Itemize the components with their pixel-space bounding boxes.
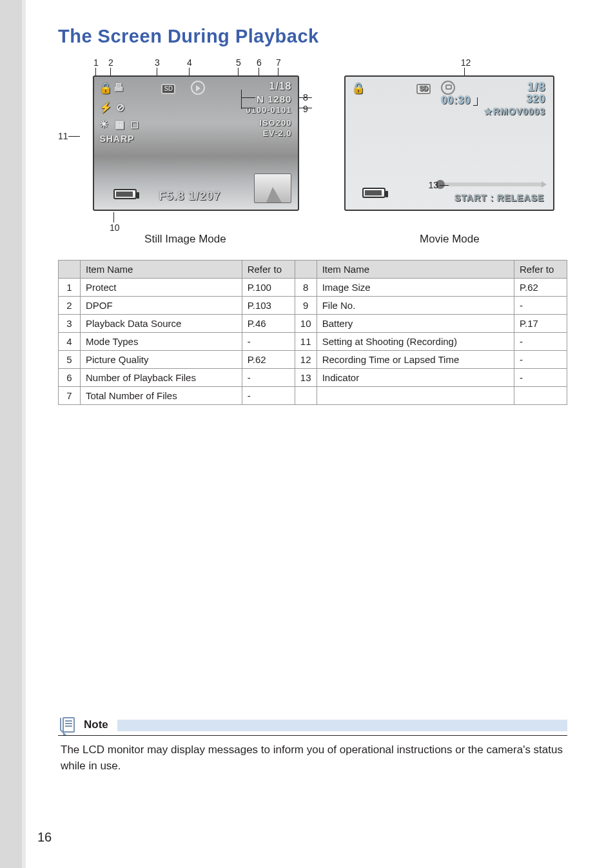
cell-name: Setting at Shooting (Recording) [317, 333, 514, 351]
sd-icon: SD [161, 82, 175, 94]
metering-icon: ▦ [115, 118, 124, 130]
battery-icon [362, 188, 386, 201]
cell-ref: P.100 [242, 279, 295, 297]
still-screen: 🔒 🖶 SD ⚡ ⊘ ☀ ▦ ◻ SHARP 1/18 N 1280 0100-… [93, 75, 299, 211]
file-count: 1/18 [269, 81, 291, 92]
callout-2: 2 [108, 57, 113, 68]
battery-icon [113, 189, 137, 202]
cell-name: Total Number of Files [81, 387, 242, 405]
callout-9: 9 [303, 104, 308, 114]
cell-ref: - [514, 297, 567, 315]
mode-playback-icon [191, 81, 205, 97]
table-row: 2 DPOF P.103 9 File No. - [59, 297, 567, 315]
cell-ref: - [242, 387, 295, 405]
cell-name: Playback Data Source [81, 315, 242, 333]
callout-1: 1 [93, 57, 99, 68]
note-header-bar [117, 720, 567, 731]
movie-screen: 🔒 SD 1/8 320 ★RMOV0003 00:30 START : REL… [344, 75, 554, 211]
protect-lock-icon: 🔒 [352, 82, 365, 94]
movie-filename: ★RMOV0003 [484, 106, 545, 117]
cell-ref: P.46 [242, 315, 295, 333]
note-icon [58, 716, 77, 735]
cell-num: 1 [59, 279, 81, 297]
cell-ref: - [514, 369, 567, 387]
cell-num: 8 [295, 279, 317, 297]
cell-name: File No. [317, 297, 514, 315]
cell-name: Number of Playback Files [81, 369, 242, 387]
movie-size: 320 [527, 94, 546, 105]
header-item-left: Item Name [81, 261, 242, 279]
cell-num: 6 [59, 369, 81, 387]
cell-name: Indicator [317, 369, 514, 387]
cell-ref: - [514, 351, 567, 369]
ev-label: EV-2.0 [262, 128, 291, 138]
dpof-print-icon: 🖶 [113, 82, 124, 94]
note-header: Note [58, 716, 567, 736]
callout-8: 8 [303, 92, 308, 103]
cell-ref [514, 387, 567, 405]
still-mode-label: Still Image Mode [144, 233, 226, 246]
cell-name: Picture Quality [81, 351, 242, 369]
exposure-info: F5.8 1/207 [159, 190, 220, 203]
note-text: The LCD monitor may display messages to … [58, 742, 567, 774]
table-row: 5 Picture Quality P.62 12 Recording Time… [59, 351, 567, 369]
sd-icon: SD [416, 82, 431, 94]
callout-3: 3 [155, 57, 160, 68]
cell-num: 11 [295, 333, 317, 351]
cell-ref: - [242, 369, 295, 387]
cell-name: Image Size [317, 279, 514, 297]
header-refer-left: Refer to [242, 261, 295, 279]
rec-time: 00:30 [441, 95, 471, 106]
wb-icon: ☀ [99, 118, 108, 130]
still-diagram-col: 1 2 3 4 5 6 7 🔒 🖶 SD [58, 57, 313, 246]
cell-name: Recording Time or Lapsed Time [317, 351, 514, 369]
cell-name [317, 387, 514, 405]
callout-4: 4 [187, 57, 192, 68]
header-refer-right: Refer to [514, 261, 567, 279]
movie-diagram-col: 12 🔒 SD 1/8 320 ★RMOV0003 00:30 [332, 57, 567, 246]
cell-num: 12 [295, 351, 317, 369]
callout-12: 12 [461, 57, 471, 68]
header-item-right: Item Name [317, 261, 514, 279]
image-size: N 1280 [257, 94, 291, 104]
note-label: Note [83, 718, 112, 733]
cell-num: 4 [59, 333, 81, 351]
cell-name: Battery [317, 315, 514, 333]
callout-13: 13 [428, 180, 438, 190]
table-header-row: Item Name Refer to Item Name Refer to [59, 261, 567, 279]
movie-mode-label: Movie Mode [420, 233, 480, 246]
callout-11: 11 [58, 131, 68, 141]
movie-file-count: 1/8 [527, 81, 545, 94]
cell-ref: P.62 [514, 279, 567, 297]
binding-margin [0, 0, 22, 868]
file-no: 0100-0101 [246, 105, 291, 115]
protect-lock-icon: 🔒 [99, 82, 112, 94]
macro-icon: ⊘ [116, 101, 124, 113]
iso-label: ISO200 [259, 118, 291, 128]
table-row: 4 Mode Types - 11 Setting at Shooting (R… [59, 333, 567, 351]
cell-num [295, 387, 317, 405]
cell-num: 2 [59, 297, 81, 315]
note-block: Note The LCD monitor may display message… [58, 716, 567, 774]
square-icon: ◻ [130, 118, 139, 130]
table-row: 6 Number of Playback Files - 13 Indicato… [59, 369, 567, 387]
table-row: 1 Protect P.100 8 Image Size P.62 [59, 279, 567, 297]
cell-num: 9 [295, 297, 317, 315]
cell-name: Mode Types [81, 333, 242, 351]
progress-indicator [441, 182, 544, 186]
svg-rect-0 [63, 718, 74, 732]
cell-num: 13 [295, 369, 317, 387]
cell-name: Protect [81, 279, 242, 297]
header-blank2 [295, 261, 317, 279]
table-row: 7 Total Number of Files - [59, 387, 567, 405]
cell-ref: - [242, 333, 295, 351]
callout-10: 10 [110, 222, 120, 233]
thumbnail-preview [254, 173, 291, 203]
page-number: 16 [37, 830, 52, 845]
callout-5: 5 [236, 57, 241, 68]
reference-table: Item Name Refer to Item Name Refer to 1 … [58, 260, 567, 405]
cell-num: 5 [59, 351, 81, 369]
cell-name: DPOF [81, 297, 242, 315]
flash-icon: ⚡ [99, 101, 112, 113]
cell-ref: P.62 [242, 351, 295, 369]
